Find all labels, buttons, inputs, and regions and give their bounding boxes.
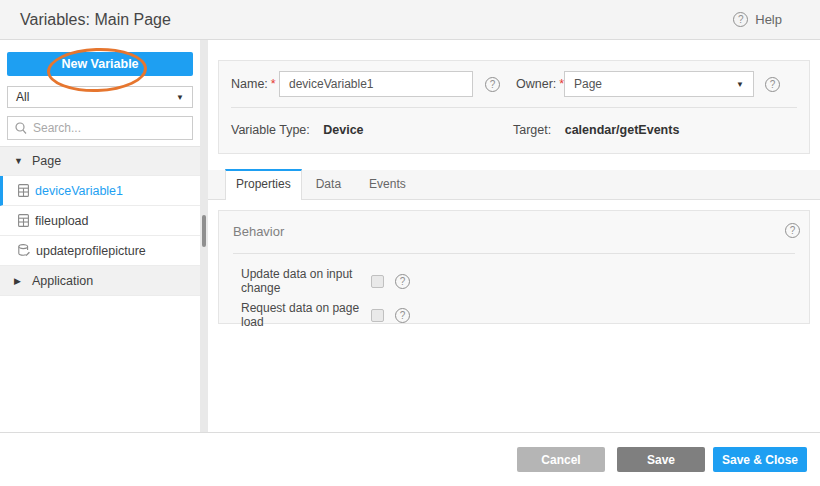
divider — [231, 107, 797, 108]
name-label: Name:* — [231, 77, 276, 91]
device-variable-icon — [18, 184, 29, 197]
tab-properties[interactable]: Properties — [225, 169, 302, 200]
target-value: calendar/getEvents — [565, 123, 680, 137]
variable-detail-panel: Name:* ? Owner:* Page ▼ ? Variable Type:… — [208, 40, 820, 432]
variables-tree: ▼ Page deviceVariable1 f — [0, 146, 200, 296]
behavior-section: Behavior ? Update data on input change ?… — [218, 210, 810, 324]
tree-item-updateprofilepicture[interactable]: updateprofilepicture — [0, 236, 200, 266]
type-target-row: Variable Type: Device Target: calendar/g… — [219, 121, 809, 141]
option-row-update-on-input-change: Update data on input change ? — [241, 273, 410, 289]
owner-help-icon[interactable]: ? — [765, 77, 780, 92]
filter-selected-value: All — [16, 90, 29, 104]
required-asterisk: * — [271, 77, 276, 91]
tree-item-label: fileupload — [35, 214, 89, 228]
tree-item-fileupload[interactable]: fileupload — [0, 206, 200, 236]
save-and-close-button[interactable]: Save & Close — [713, 447, 807, 472]
search-box — [7, 116, 193, 140]
tree-item-label: updateprofilepicture — [36, 244, 146, 258]
variable-type-value: Device — [323, 123, 363, 137]
device-variable-icon — [18, 214, 29, 227]
option-help-icon[interactable]: ? — [395, 308, 410, 323]
search-icon — [15, 122, 27, 135]
search-input[interactable] — [33, 118, 188, 138]
owner-selected-value: Page — [574, 77, 602, 91]
option-row-request-on-page-load: Request data on page load ? — [241, 307, 410, 323]
update-data-on-input-change-checkbox[interactable] — [371, 275, 384, 288]
behavior-section-title: Behavior — [233, 224, 284, 239]
option-help-icon[interactable]: ? — [395, 274, 410, 289]
behavior-help-icon[interactable]: ? — [785, 223, 800, 238]
divider — [233, 253, 795, 254]
detail-tabbar: Properties Data Events — [208, 170, 820, 200]
page-title: Variables: Main Page — [20, 11, 171, 29]
variable-type-label: Variable Type: — [231, 123, 310, 137]
cancel-button[interactable]: Cancel — [517, 447, 605, 472]
help-label: Help — [755, 12, 782, 27]
variables-sidebar: New Variable All ▼ ▼ Page — [0, 40, 200, 432]
tab-data[interactable]: Data — [302, 169, 355, 199]
tree-collapsed-icon[interactable]: ▶ — [14, 276, 24, 286]
name-help-icon[interactable]: ? — [485, 77, 500, 92]
tree-group-label: Page — [32, 154, 61, 168]
sidebar-scrollbar-thumb[interactable] — [202, 215, 206, 247]
tree-expanded-icon[interactable]: ▼ — [14, 156, 24, 166]
target-label: Target: — [513, 123, 551, 137]
chevron-down-icon: ▼ — [176, 93, 184, 102]
tab-events[interactable]: Events — [355, 169, 420, 199]
tree-group-application[interactable]: ▶ Application — [0, 266, 200, 296]
tree-group-label: Application — [32, 274, 93, 288]
new-variable-button[interactable]: New Variable — [7, 52, 193, 76]
owner-select[interactable]: Page ▼ — [564, 71, 754, 97]
variable-summary-card: Name:* ? Owner:* Page ▼ ? Variable Type:… — [218, 60, 810, 154]
option-label: Update data on input change — [241, 267, 371, 295]
help-circle-icon: ? — [733, 12, 748, 27]
variable-name-input[interactable] — [279, 71, 473, 97]
name-owner-row: Name:* ? Owner:* Page ▼ ? — [219, 71, 809, 97]
dialog-header: Variables: Main Page ? Help — [0, 0, 820, 40]
save-button[interactable]: Save — [617, 447, 705, 472]
dialog-footer: Cancel Save Save & Close — [0, 432, 820, 486]
variables-dialog: Variables: Main Page ? Help New Variable… — [0, 0, 820, 486]
request-data-on-page-load-checkbox[interactable] — [371, 309, 384, 322]
chevron-down-icon: ▼ — [736, 80, 744, 89]
option-label: Request data on page load — [241, 301, 371, 329]
tree-item-label: deviceVariable1 — [35, 184, 123, 198]
sidebar-scrollbar-track[interactable] — [200, 40, 208, 432]
variable-filter-select[interactable]: All ▼ — [7, 86, 193, 108]
service-variable-icon — [18, 244, 30, 257]
owner-label: Owner:* — [516, 77, 564, 91]
tree-item-devicevariable1[interactable]: deviceVariable1 — [0, 176, 200, 206]
help-link[interactable]: ? Help — [733, 12, 782, 27]
tree-group-page[interactable]: ▼ Page — [0, 146, 200, 176]
